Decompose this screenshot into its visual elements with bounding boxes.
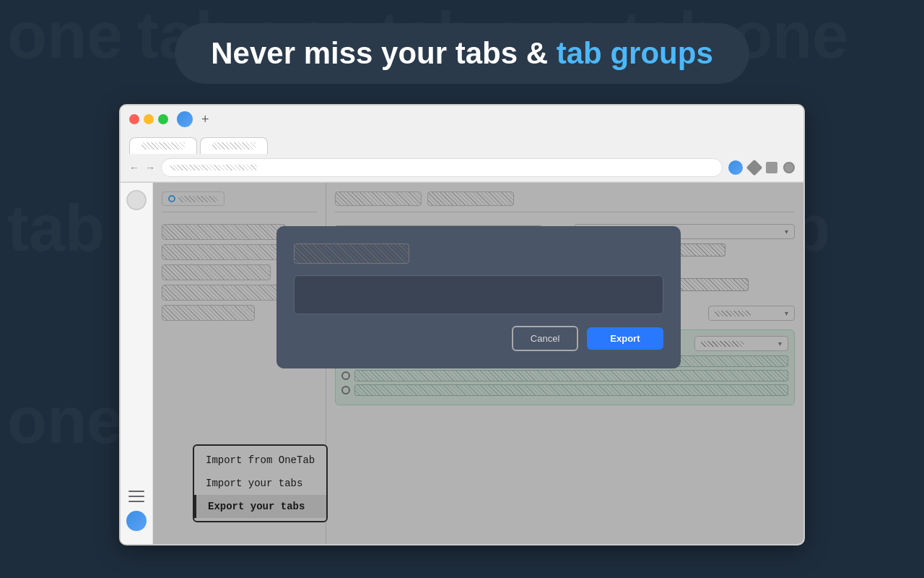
ext-icon-1[interactable] <box>728 160 743 175</box>
sidebar-menu-icon[interactable] <box>128 491 144 502</box>
export-modal: Cancel Export <box>276 226 681 368</box>
modal-confirm-button[interactable]: Export <box>587 327 663 350</box>
browser-tab-strip <box>121 133 803 154</box>
address-bar-input[interactable] <box>161 158 723 177</box>
modal-overlay: Cancel Export <box>153 183 803 544</box>
ext-icon-4[interactable] <box>783 162 795 173</box>
browser-address-bar: ← → <box>121 154 803 182</box>
nav-forward-button[interactable]: → <box>145 162 155 173</box>
browser-sidebar <box>121 183 153 544</box>
ext-icon-3[interactable] <box>766 162 777 173</box>
browser-main-content: Import from OneTab Import your tabs Expo… <box>153 183 803 544</box>
address-sketch <box>170 165 257 171</box>
header-pill: Never miss your tabs & tab groups <box>175 23 749 84</box>
browser-content: Import from OneTab Import your tabs Expo… <box>121 183 803 544</box>
browser-tab-1[interactable] <box>129 137 197 154</box>
browser-app-icon <box>177 111 193 127</box>
main-heading: Never miss your tabs & tab groups <box>211 36 713 71</box>
extension-icons <box>728 160 795 175</box>
modal-title-sketch <box>294 243 409 264</box>
tab-1-sketch <box>141 142 185 150</box>
browser-chrome: + ← → <box>121 105 803 183</box>
browser-mockup: + ← → <box>119 104 805 545</box>
maximize-button[interactable] <box>158 114 168 124</box>
modal-buttons: Cancel Export <box>294 326 663 351</box>
modal-text-input[interactable] <box>294 275 663 314</box>
nav-back-button[interactable]: ← <box>129 162 139 173</box>
close-button[interactable] <box>129 114 139 124</box>
minimize-button[interactable] <box>144 114 154 124</box>
sidebar-avatar-top[interactable] <box>126 190 147 210</box>
traffic-lights <box>129 114 168 124</box>
sidebar-avatar-bottom[interactable] <box>126 511 147 531</box>
ext-icon-2[interactable] <box>746 160 763 176</box>
browser-tab-2[interactable] <box>200 137 268 154</box>
modal-cancel-button[interactable]: Cancel <box>512 326 578 351</box>
new-tab-button[interactable]: + <box>201 112 209 127</box>
tab-2-sketch <box>212 142 256 150</box>
browser-titlebar: + <box>121 105 803 133</box>
